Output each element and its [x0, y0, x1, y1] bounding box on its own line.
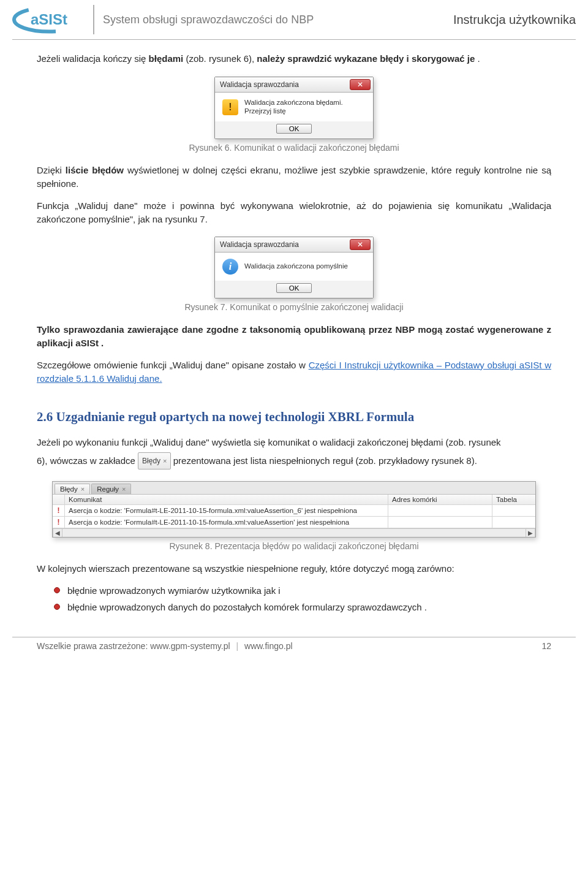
error-icon: ! [58, 518, 60, 526]
scroll-track[interactable] [62, 529, 526, 537]
inline-tab-bledy: Błędy × [138, 452, 170, 469]
doc-title: Instrukcja użytkownika [453, 13, 576, 27]
paragraph-intro: Jeżeli walidacja kończy się błędami (zob… [37, 52, 551, 66]
paragraph-3: Funkcja „Waliduj dane" może i powinna by… [37, 199, 551, 226]
scroll-left-arrow-icon[interactable]: ◀ [53, 529, 62, 537]
bullet-list: błędnie wprowadzonych wymiarów użytkowni… [54, 584, 551, 614]
paragraph-2: Dzięki liście błędów wyświetlonej w doln… [37, 164, 551, 191]
col-header-addr[interactable]: Adres komórki [388, 495, 492, 504]
tab-label: Błędy [60, 485, 78, 493]
close-icon: × [163, 454, 167, 468]
list-item: błędnie wprowadzonych danych do pozostał… [54, 601, 551, 614]
dialog-footer: OK [215, 121, 373, 139]
success-dialog: Walidacja sprawozdania ✕ i Walidacja zak… [214, 237, 374, 298]
list-item: błędnie wprowadzonych wymiarów użytkowni… [54, 584, 551, 597]
col-header-msg[interactable]: Komunikat [65, 495, 388, 504]
dialog-body: i Walidacja zakończona pomyślnie [215, 253, 373, 281]
tab-bledy[interactable]: Błędy × [55, 484, 90, 494]
grid-row[interactable]: ! Asercja o kodzie: 'Formula#t-LE-2011-1… [53, 505, 535, 517]
error-addr-cell [388, 505, 492, 516]
figure-6: Walidacja sprawozdania ✕ ! Walidacja zak… [37, 77, 551, 140]
dialog-title: Walidacja sprawozdania [220, 80, 299, 89]
tab-label: Błędy [142, 454, 160, 468]
tab-label: Reguły [97, 485, 119, 493]
text: (zob. rysunek 6), [183, 53, 257, 64]
close-icon: ✕ [357, 80, 363, 89]
page-header: aSISt System obsługi sprawozdawczości do… [0, 0, 588, 37]
text-bold: należy sprawdzić wykazane błędy i skoryg… [257, 53, 475, 64]
text-bold: liście błędów [66, 165, 124, 175]
page-number: 12 [541, 641, 551, 651]
error-icon-cell: ! [53, 517, 65, 528]
errors-grid: Komunikat Adres komórki Tabela ! Asercja… [53, 495, 535, 528]
error-table-cell [492, 505, 535, 516]
figure-7: Walidacja sprawozdania ✕ i Walidacja zak… [37, 237, 551, 298]
text: Dzięki [37, 165, 66, 175]
grid-header: Komunikat Adres komórki Tabela [53, 495, 535, 505]
text: 6), wówczas w zakładce [37, 455, 135, 466]
text: Szczegółowe omówienie funkcji „Waliduj d… [37, 360, 309, 370]
footer-separator: | [236, 641, 239, 651]
close-icon[interactable]: × [122, 485, 126, 493]
error-icon: ! [58, 506, 60, 515]
figure-8: Błędy × Reguły × Komunikat Adres komórki… [37, 481, 551, 538]
text: Jeżeli walidacja kończy się [37, 53, 149, 64]
error-msg-cell: Asercja o kodzie: 'Formula#t-LE-2011-10-… [65, 505, 388, 516]
header-subtitle: System obsługi sprawozdawczości do NBP [103, 13, 453, 26]
error-table-cell [492, 517, 535, 528]
ok-button[interactable]: OK [276, 124, 312, 134]
dialog-message: Walidacja zakończona pomyślnie [244, 262, 348, 271]
info-icon: i [222, 259, 238, 275]
figure-caption-8: Rysunek 8. Prezentacja błędów po walidac… [37, 541, 551, 551]
error-icon-cell: ! [53, 505, 65, 516]
footer-left: Wszelkie prawa zastrzeżone: www.gpm-syst… [37, 641, 293, 651]
close-button[interactable]: ✕ [350, 79, 371, 90]
header-divider [93, 5, 94, 34]
footer-rule [12, 637, 576, 637]
section-heading-2-6: 2.6 Uzgadnianie reguł opartych na nowej … [37, 409, 551, 425]
close-button[interactable]: ✕ [350, 239, 371, 250]
error-addr-cell [388, 517, 492, 528]
paragraph-link: Szczegółowe omówienie funkcji „Waliduj d… [37, 359, 551, 386]
col-header-icon [53, 495, 65, 504]
figure-caption-6: Rysunek 6. Komunikat o walidacji zakończ… [37, 143, 551, 153]
dialog-titlebar: Walidacja sprawozdania ✕ [215, 77, 373, 93]
text: prezentowana jest lista niespełnionych r… [173, 455, 477, 466]
errors-tabs: Błędy × Reguły × [53, 482, 535, 495]
footer-text: www.fingo.pl [242, 641, 292, 651]
dialog-titlebar: Walidacja sprawozdania ✕ [215, 237, 373, 253]
close-icon[interactable]: × [81, 485, 85, 493]
col-header-table[interactable]: Tabela [492, 495, 535, 504]
paragraph-6: W kolejnych wierszach prezentowane są ws… [37, 562, 551, 576]
text: Jeżeli po wykonaniu funkcji „Waliduj dan… [37, 437, 501, 447]
text-bold: błędami [149, 53, 184, 64]
dialog-title: Walidacja sprawozdania [220, 240, 299, 249]
dialog-body: ! Walidacja zakończona błędami. Przejrzy… [215, 93, 373, 122]
errors-panel: Błędy × Reguły × Komunikat Adres komórki… [52, 481, 536, 538]
error-dialog: Walidacja sprawozdania ✕ ! Walidacja zak… [214, 77, 374, 140]
footer-text: Wszelkie prawa zastrzeżone: www.gpm-syst… [37, 641, 233, 651]
paragraph-bold: Tylko sprawozdania zawierające dane zgod… [37, 323, 551, 350]
scroll-right-arrow-icon[interactable]: ▶ [526, 529, 535, 537]
header-rule [12, 39, 576, 40]
tab-reguly[interactable]: Reguły × [91, 484, 131, 494]
error-msg-cell: Asercja o kodzie: 'Formula#t-LE-2011-10-… [65, 517, 388, 528]
close-icon: ✕ [357, 240, 363, 249]
grid-row[interactable]: ! Asercja o kodzie: 'Formula#t-LE-2011-1… [53, 517, 535, 528]
figure-caption-7: Rysunek 7. Komunikat o pomyślnie zakończ… [37, 302, 551, 312]
horizontal-scrollbar[interactable]: ◀ ▶ [53, 528, 535, 537]
paragraph-5: Jeżeli po wykonaniu funkcji „Waliduj dan… [37, 433, 551, 470]
ok-button[interactable]: OK [276, 283, 312, 293]
dialog-footer: OK [215, 281, 373, 298]
page-footer: Wszelkie prawa zastrzeżone: www.gpm-syst… [0, 641, 588, 651]
svg-text:aSISt: aSISt [31, 11, 67, 28]
dialog-message: Walidacja zakończona błędami. Przejrzyj … [244, 99, 366, 116]
text: . [475, 53, 480, 64]
asist-logo: aSISt [12, 6, 86, 34]
warning-icon: ! [222, 99, 238, 115]
